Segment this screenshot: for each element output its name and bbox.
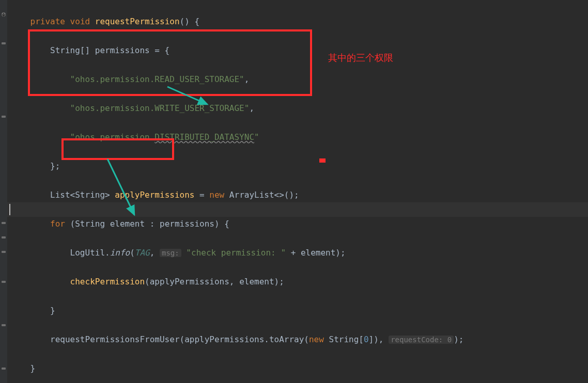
gutter-marker-icon[interactable] bbox=[0, 219, 7, 227]
svg-rect-1 bbox=[2, 42, 6, 44]
code-line[interactable]: checkPermission(applyPermissions, elemen… bbox=[10, 275, 588, 289]
gutter-marker-icon[interactable] bbox=[0, 40, 7, 47]
code-line[interactable]: requestPermissionsFromUser(applyPermissi… bbox=[10, 332, 588, 347]
annotation-label: 其中的三个权限 bbox=[328, 51, 393, 65]
gutter-override-icon[interactable] bbox=[0, 11, 7, 18]
svg-rect-8 bbox=[2, 368, 6, 370]
code-line[interactable]: String[] permissions = { bbox=[10, 43, 588, 58]
code-line[interactable]: List<String> applyPermissions = new Arra… bbox=[10, 188, 588, 202]
svg-rect-3 bbox=[2, 222, 6, 224]
code-line[interactable]: LogUtil.info(TAG, msg: "check permission… bbox=[10, 246, 588, 260]
gutter bbox=[0, 0, 7, 383]
code-line[interactable]: "ohos.permission.WRITE_USER_STORAGE", bbox=[10, 101, 588, 116]
svg-rect-6 bbox=[2, 281, 6, 283]
svg-rect-2 bbox=[2, 116, 6, 118]
gutter-marker-icon[interactable] bbox=[0, 365, 7, 372]
svg-rect-5 bbox=[2, 251, 6, 253]
gutter-marker-icon[interactable] bbox=[0, 113, 7, 120]
svg-rect-4 bbox=[2, 236, 6, 238]
code-line[interactable]: }; bbox=[10, 159, 588, 173]
gutter-marker-icon[interactable] bbox=[0, 278, 7, 285]
code-line[interactable]: "ohos.permission.READ_USER_STORAGE", bbox=[10, 72, 588, 87]
svg-rect-7 bbox=[2, 324, 6, 326]
code-area[interactable]: private void requestPermission() { Strin… bbox=[7, 0, 588, 383]
annotation-marker bbox=[319, 158, 326, 163]
code-line[interactable]: private void requestPermission() { bbox=[10, 14, 588, 29]
code-line[interactable]: "ohos.permission.DISTRIBUTED_DATASYNC" bbox=[10, 130, 588, 145]
gutter-marker-icon[interactable] bbox=[0, 322, 7, 329]
code-line[interactable]: for (String element : permissions) { bbox=[10, 217, 588, 231]
code-line[interactable]: } bbox=[10, 304, 588, 318]
code-editor[interactable]: private void requestPermission() { Strin… bbox=[0, 0, 588, 383]
gutter-marker-icon[interactable] bbox=[0, 234, 7, 241]
code-line[interactable]: } bbox=[10, 361, 588, 376]
gutter-marker-icon[interactable] bbox=[0, 248, 7, 256]
